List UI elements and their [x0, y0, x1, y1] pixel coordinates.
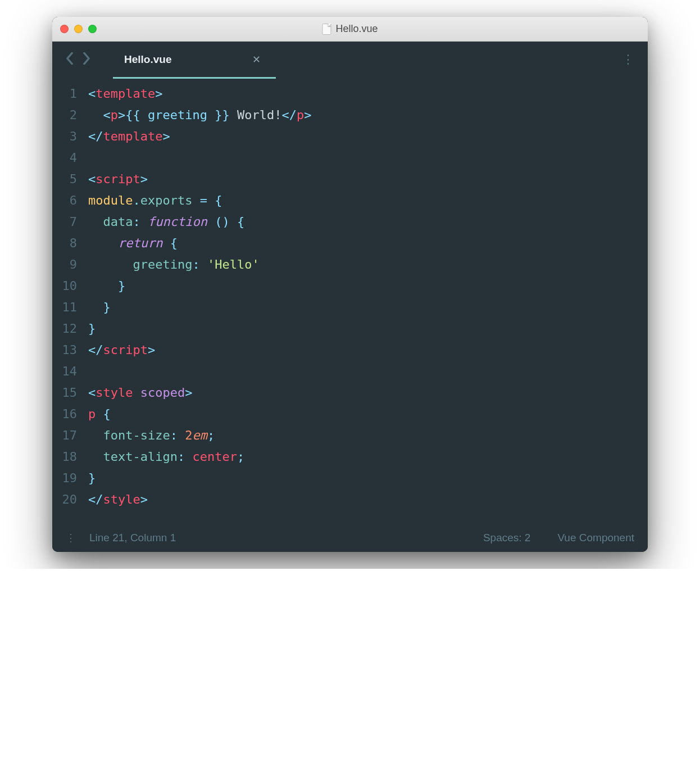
code-line[interactable]: p {: [88, 404, 648, 425]
code-content[interactable]: <template> <p>{{ greeting }} World!</p><…: [88, 83, 648, 510]
titlebar: Hello.vue: [52, 17, 648, 42]
maximize-window-button[interactable]: [88, 25, 97, 33]
line-number: 11: [52, 297, 77, 318]
line-number: 1: [52, 83, 77, 105]
code-line[interactable]: text-align: center;: [88, 446, 648, 468]
line-number: 9: [52, 254, 77, 275]
line-number: 7: [52, 211, 77, 233]
tab-label: Hello.vue: [124, 53, 171, 66]
code-line[interactable]: <p>{{ greeting }} World!</p>: [88, 105, 648, 126]
code-line[interactable]: [88, 147, 648, 169]
tab-close-icon[interactable]: ✕: [252, 53, 261, 66]
window-title-text: Hello.vue: [335, 23, 378, 35]
window-title: Hello.vue: [322, 23, 378, 35]
line-number: 14: [52, 361, 77, 382]
code-line[interactable]: }: [88, 318, 648, 339]
tab-hello-vue[interactable]: Hello.vue ✕: [113, 42, 272, 78]
code-line[interactable]: }: [88, 468, 648, 489]
code-line[interactable]: [88, 361, 648, 382]
code-line[interactable]: return {: [88, 233, 648, 254]
code-line[interactable]: greeting: 'Hello': [88, 254, 648, 275]
code-line[interactable]: <template>: [88, 83, 648, 105]
cursor-position[interactable]: Line 21, Column 1: [89, 532, 176, 544]
document-icon: [322, 24, 331, 35]
nav-chevrons: [61, 52, 95, 67]
line-number: 18: [52, 446, 77, 468]
line-number: 2: [52, 105, 77, 126]
code-line[interactable]: <script>: [88, 169, 648, 190]
line-number: 20: [52, 489, 77, 510]
traffic-lights: [60, 25, 97, 33]
statusbar: ⋮ Line 21, Column 1 Spaces: 2 Vue Compon…: [52, 524, 648, 552]
code-line[interactable]: </style>: [88, 489, 648, 510]
line-number: 8: [52, 233, 77, 254]
code-line[interactable]: </script>: [88, 339, 648, 361]
line-number: 4: [52, 147, 77, 169]
indent-setting[interactable]: Spaces: 2: [483, 532, 531, 544]
line-number: 5: [52, 169, 77, 190]
code-line[interactable]: <style scoped>: [88, 382, 648, 404]
code-line[interactable]: data: function () {: [88, 211, 648, 233]
line-number: 12: [52, 318, 77, 339]
gutter: 1234567891011121314151617181920: [52, 83, 88, 510]
line-number: 13: [52, 339, 77, 361]
line-number: 15: [52, 382, 77, 404]
statusbar-menu-icon[interactable]: ⋮: [66, 532, 76, 544]
code-line[interactable]: }: [88, 275, 648, 297]
line-number: 6: [52, 190, 77, 211]
minimize-window-button[interactable]: [74, 25, 83, 33]
nav-forward-button[interactable]: [83, 52, 90, 67]
line-number: 3: [52, 126, 77, 147]
editor-window: Hello.vue Hello.vue ✕ ⋮ 1234567891011121…: [52, 17, 648, 552]
line-number: 16: [52, 404, 77, 425]
line-number: 10: [52, 275, 77, 297]
line-number: 19: [52, 468, 77, 489]
code-line[interactable]: }: [88, 297, 648, 318]
code-line[interactable]: module.exports = {: [88, 190, 648, 211]
code-line[interactable]: </template>: [88, 126, 648, 147]
code-line[interactable]: font-size: 2em;: [88, 425, 648, 446]
language-mode[interactable]: Vue Component: [557, 532, 634, 544]
tab-overflow-icon[interactable]: ⋮: [622, 52, 634, 67]
nav-back-button[interactable]: [66, 52, 74, 67]
tabbar: Hello.vue ✕ ⋮: [52, 42, 648, 78]
editor-area[interactable]: 1234567891011121314151617181920 <templat…: [52, 78, 648, 524]
tab-active-indicator: [113, 77, 276, 79]
line-number: 17: [52, 425, 77, 446]
close-window-button[interactable]: [60, 25, 69, 33]
